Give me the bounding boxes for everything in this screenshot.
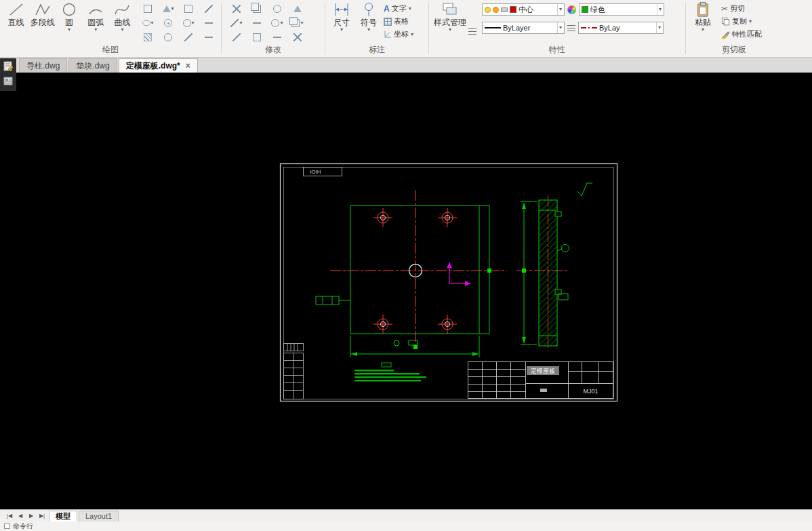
copy-dropdown-icon[interactable]: ▾ — [749, 19, 752, 24]
circle-dropdown-icon[interactable]: ▾ — [68, 27, 70, 33]
wipeout-tool-icon[interactable] — [179, 30, 198, 44]
linetype-list-icon[interactable] — [567, 25, 575, 31]
color-wheel-icon[interactable] — [567, 5, 576, 14]
first-layout-icon[interactable]: |◀ — [4, 513, 15, 519]
next-layout-icon[interactable]: ▶ — [26, 513, 37, 519]
style-manager-button[interactable]: 样式管理 ▾ — [432, 1, 468, 44]
table-icon — [384, 18, 392, 26]
rotate-tool-icon[interactable] — [268, 1, 287, 16]
extend-tool-icon[interactable] — [247, 16, 266, 30]
rectangle-tool-icon[interactable] — [138, 1, 157, 16]
panel-label-modify[interactable]: 修改 — [222, 44, 325, 56]
spline-button[interactable]: 曲线 ▾ — [109, 1, 136, 44]
dimension-icon — [333, 1, 350, 18]
gdt-frame — [316, 296, 350, 304]
modify-tool-grid: ▾ ▾ ▾ — [227, 1, 307, 44]
tab-close-icon[interactable]: × — [186, 62, 190, 70]
title-mark — [540, 389, 547, 392]
paste-button[interactable]: 粘贴 ▾ — [689, 1, 717, 44]
command-line-label: 命令行 — [13, 522, 33, 531]
construction-line-tool-icon[interactable] — [199, 30, 218, 44]
polyline-button[interactable]: 多段线 — [29, 1, 56, 44]
array-tool-icon[interactable]: ▾ — [288, 16, 307, 30]
erase-tool-icon[interactable] — [227, 30, 246, 44]
cut-button[interactable]: ✂ 剪切 — [720, 3, 763, 14]
prev-layout-icon[interactable]: ◀ — [15, 513, 26, 519]
panel-draw: 直线 多段线 圆 ▾ 圆弧 ▾ 曲线 — [0, 0, 221, 57]
cad-application: 直线 多段线 圆 ▾ 圆弧 ▾ 曲线 — [0, 0, 812, 531]
panel-label-draw[interactable]: 绘图 — [0, 44, 221, 56]
move-tool-icon[interactable] — [227, 1, 246, 16]
spline-dropdown-icon[interactable]: ▾ — [121, 27, 123, 33]
ray-tool-icon[interactable] — [199, 1, 218, 16]
symbol-button[interactable]: 符号 ▾ — [355, 1, 382, 44]
coordinate-icon — [384, 31, 392, 39]
lineweight-value: ByLayer — [503, 24, 530, 32]
main-view-plate — [350, 205, 489, 334]
table-button[interactable]: 表格 — [382, 16, 415, 27]
draw-tool-grid: ▾ ▾ ▾ — [138, 1, 218, 44]
circle-button[interactable]: 圆 ▾ — [56, 1, 82, 44]
text-button[interactable]: A 文字 ▾ — [382, 3, 415, 14]
match-properties-button[interactable]: 特性匹配 — [720, 28, 763, 40]
copy-tool-icon[interactable] — [247, 1, 266, 16]
polygon-tool-icon[interactable]: ▾ — [159, 1, 178, 16]
fillet-tool-icon[interactable]: ▾ — [268, 16, 287, 30]
last-layout-icon[interactable]: ▶| — [37, 513, 47, 519]
revision-cloud-tool-icon[interactable]: ▾ — [179, 16, 198, 30]
dimension-dropdown-icon[interactable]: ▾ — [340, 27, 343, 33]
copy-button[interactable]: 复制 ▾ — [720, 16, 763, 27]
doc-tab-daozhu[interactable]: 导柱.dwg — [19, 58, 67, 73]
edit-sheet-icon[interactable] — [2, 60, 14, 73]
panel-label-annotate[interactable]: 标注 — [325, 44, 428, 56]
panel-label-clipboard[interactable]: 剪切板 — [686, 44, 782, 56]
layout1-tab[interactable]: Layout1 — [79, 511, 119, 522]
stretch-tool-icon[interactable] — [268, 30, 287, 44]
drawing-gallery-icon[interactable] — [2, 75, 14, 87]
doc-tab-dingmozuoban[interactable]: 定模座板.dwg* × — [119, 58, 198, 73]
coordinate-dropdown-icon[interactable]: ▾ — [411, 32, 413, 37]
spline-icon — [113, 1, 131, 18]
point-tool-icon[interactable] — [159, 16, 178, 30]
surface-finish-symbol — [577, 183, 592, 196]
match-properties-icon — [721, 30, 730, 39]
text-dropdown-icon[interactable]: ▾ — [409, 6, 411, 12]
dimension-button[interactable]: 尺寸 ▾ — [328, 1, 355, 44]
panel-modify: ▾ ▾ ▾ 修改 — [222, 0, 325, 57]
trim-tool-icon[interactable]: ▾ — [227, 16, 246, 30]
divide-tool-icon[interactable] — [199, 16, 218, 30]
region-tool-icon[interactable] — [179, 1, 198, 16]
color-dropdown[interactable]: 绿色 ▾ — [579, 3, 664, 16]
coordinate-button[interactable]: 坐标 ▾ — [382, 28, 415, 40]
mirror-tool-icon[interactable] — [288, 1, 307, 16]
doc-tab-diankuai[interactable]: 垫块.dwg — [68, 58, 117, 73]
arc-button[interactable]: 圆弧 ▾ — [83, 1, 109, 44]
layer-name: 中心 — [519, 5, 533, 15]
drawing-canvas[interactable]: IOIH — [0, 73, 812, 509]
arc-dropdown-icon[interactable]: ▾ — [94, 27, 97, 33]
grips[interactable] — [413, 269, 526, 349]
explode-tool-icon[interactable] — [288, 30, 307, 44]
line-button[interactable]: 直线 — [3, 1, 29, 44]
linetype-dropdown[interactable]: ByLay ▾ — [578, 22, 664, 34]
layer-dropdown[interactable]: 中心 ▾ — [482, 3, 565, 16]
symbol-dropdown-icon[interactable]: ▾ — [367, 27, 370, 33]
layer-plot-icon — [501, 7, 508, 12]
symbol-icon — [360, 1, 378, 18]
ellipse-tool-icon[interactable]: ▾ — [138, 16, 157, 30]
part-name-text: 定模座板 — [531, 368, 555, 374]
donut-tool-icon[interactable] — [159, 30, 178, 44]
style-list-icon[interactable] — [468, 28, 476, 35]
command-line-bar[interactable]: 命令行 — [0, 522, 812, 531]
lineweight-dropdown[interactable]: ByLayer ▾ — [482, 22, 565, 34]
scale-tool-icon[interactable] — [247, 30, 266, 44]
style-manager-dropdown-icon[interactable]: ▾ — [449, 27, 451, 33]
panel-label-properties[interactable]: 特性 — [429, 44, 685, 56]
technical-notes — [354, 363, 426, 381]
model-tab[interactable]: 模型 — [49, 511, 77, 522]
circle-icon — [60, 1, 78, 18]
ucs-icon — [449, 262, 470, 283]
paste-icon — [694, 1, 712, 18]
paste-dropdown-icon[interactable]: ▾ — [702, 27, 704, 33]
hatch-tool-icon[interactable] — [138, 30, 157, 44]
